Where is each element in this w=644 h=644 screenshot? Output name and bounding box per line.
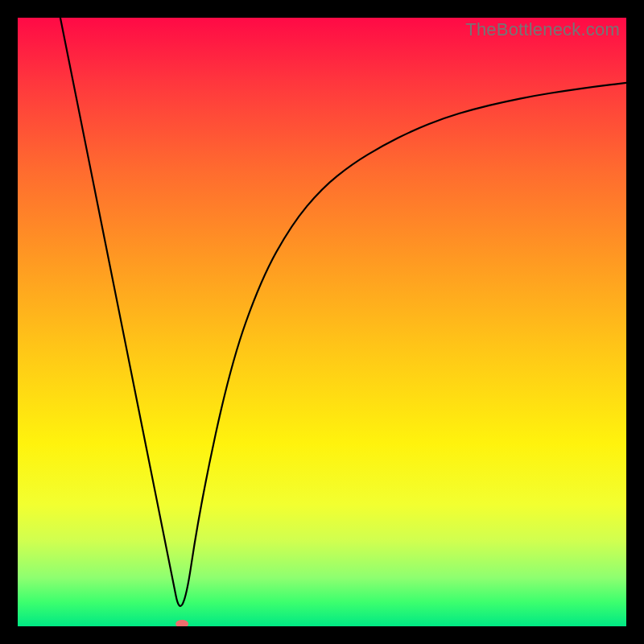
plot-area: TheBottleneck.com (18, 18, 626, 626)
chart-frame: TheBottleneck.com (0, 0, 644, 644)
minimum-marker (175, 620, 188, 626)
bottleneck-curve (60, 18, 626, 606)
curve-svg (18, 18, 626, 626)
